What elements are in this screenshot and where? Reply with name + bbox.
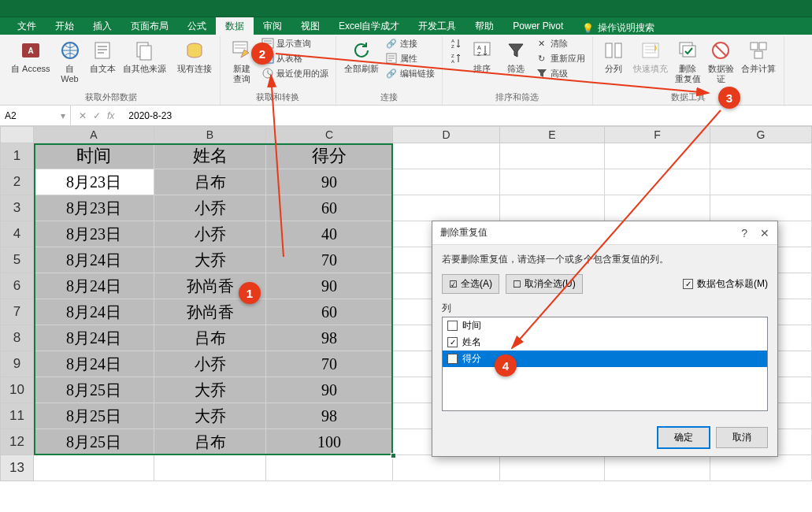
name-box[interactable]: A2▾ (0, 106, 71, 125)
col-header-C[interactable]: C (266, 126, 393, 143)
cell-B5[interactable]: 大乔 (154, 247, 266, 273)
tab-文件[interactable]: 文件 (8, 17, 46, 35)
dialog-titlebar[interactable]: 删除重复值 ?✕ (432, 221, 777, 245)
sort-button[interactable]: AZ排序 (465, 36, 499, 76)
cell-A1[interactable]: 时间 (34, 143, 154, 169)
cell-A10[interactable]: 8月25日 (34, 377, 154, 403)
ok-button[interactable]: 确定 (658, 427, 710, 448)
text-to-columns-button[interactable]: 分列 (598, 36, 629, 76)
clear-filter-button[interactable]: ✕清除 (533, 36, 588, 50)
confirm-icon[interactable]: ✓ (93, 110, 101, 121)
cell-C7[interactable]: 60 (266, 299, 393, 325)
cell-G13[interactable] (710, 455, 812, 481)
cell-A3[interactable]: 8月23日 (34, 195, 154, 221)
cell-A11[interactable]: 8月25日 (34, 403, 154, 429)
row-header-5[interactable]: 5 (0, 247, 34, 273)
cell-B3[interactable]: 小乔 (154, 195, 266, 221)
refresh-all-button[interactable]: 全部刷新 (341, 36, 382, 76)
cell-C12[interactable]: 100 (266, 429, 393, 455)
cell-G3[interactable] (710, 195, 812, 221)
tab-开发工具[interactable]: 开发工具 (409, 17, 465, 35)
row-header-11[interactable]: 11 (0, 403, 34, 429)
column-item-姓名[interactable]: ✓姓名 (443, 334, 767, 351)
cell-C6[interactable]: 90 (266, 273, 393, 299)
existing-connections-button[interactable]: 现有连接 (174, 36, 215, 76)
row-header-10[interactable]: 10 (0, 377, 34, 403)
cell-C4[interactable]: 40 (266, 221, 393, 247)
cell-C8[interactable]: 98 (266, 325, 393, 351)
cell-A8[interactable]: 8月24日 (34, 325, 154, 351)
cell-B9[interactable]: 小乔 (154, 351, 266, 377)
cell-E3[interactable] (500, 195, 605, 221)
from-access-button[interactable]: A自 Access (8, 36, 54, 76)
recent-sources-button[interactable]: 最近使用的源 (259, 66, 331, 80)
cell-D1[interactable] (393, 143, 500, 169)
row-header-12[interactable]: 12 (0, 429, 34, 455)
cancel-button[interactable]: 取消 (716, 427, 768, 448)
tab-视图[interactable]: 视图 (291, 17, 329, 35)
cell-C5[interactable]: 70 (266, 247, 393, 273)
consolidate-button[interactable]: 合并计算 (738, 36, 779, 76)
row-header-8[interactable]: 8 (0, 325, 34, 351)
deselect-all-button[interactable]: ☐取消全选(U) (506, 274, 583, 294)
advanced-filter-button[interactable]: 高级 (533, 66, 588, 80)
tab-数据[interactable]: 数据 (216, 17, 254, 35)
cell-G1[interactable] (710, 143, 812, 169)
fx-icon[interactable]: fx (107, 110, 114, 121)
row-header-3[interactable]: 3 (0, 195, 34, 221)
row-header-7[interactable]: 7 (0, 299, 34, 325)
remove-duplicates-button[interactable]: 删除 重复值 (672, 36, 704, 86)
cell-B12[interactable]: 吕布 (154, 429, 266, 455)
cell-A12[interactable]: 8月25日 (34, 429, 154, 455)
flash-fill-button[interactable]: 快速填充 (630, 36, 671, 76)
column-item-时间[interactable]: 时间 (443, 317, 767, 334)
reapply-button[interactable]: ↻重新应用 (533, 51, 588, 65)
row-header-4[interactable]: 4 (0, 221, 34, 247)
cell-A5[interactable]: 8月24日 (34, 247, 154, 273)
tab-帮助[interactable]: 帮助 (465, 17, 503, 35)
col-header-F[interactable]: F (605, 126, 710, 143)
filter-button[interactable]: 筛选 (499, 36, 532, 76)
cell-F1[interactable] (605, 143, 710, 169)
tab-页面布局[interactable]: 页面布局 (121, 17, 178, 35)
tab-Excel自学成才[interactable]: Excel自学成才 (329, 17, 409, 35)
cell-C2[interactable]: 90 (266, 169, 393, 195)
col-header-D[interactable]: D (393, 126, 500, 143)
tab-开始[interactable]: 开始 (46, 17, 83, 35)
cell-A4[interactable]: 8月23日 (34, 221, 154, 247)
cell-A7[interactable]: 8月24日 (34, 299, 154, 325)
cell-C11[interactable]: 98 (266, 403, 393, 429)
row-header-13[interactable]: 13 (0, 455, 34, 481)
from-other-button[interactable]: 自其他来源 (120, 36, 169, 76)
cell-B2[interactable]: 吕布 (154, 169, 266, 195)
cell-C13[interactable] (266, 455, 393, 481)
cell-F3[interactable] (605, 195, 710, 221)
cell-A9[interactable]: 8月24日 (34, 351, 154, 377)
row-header-6[interactable]: 6 (0, 273, 34, 299)
cell-B13[interactable] (154, 455, 266, 481)
row-header-2[interactable]: 2 (0, 169, 34, 195)
cell-F2[interactable] (605, 169, 710, 195)
edit-links-button[interactable]: 🔗编辑链接 (383, 66, 437, 80)
tab-公式[interactable]: 公式 (178, 17, 216, 35)
cell-E13[interactable] (500, 455, 605, 481)
from-text-button[interactable]: 自文本 (87, 36, 119, 76)
tab-Power Pivot[interactable]: Power Pivot (503, 17, 573, 35)
cancel-icon[interactable]: ✕ (79, 110, 87, 121)
cell-E2[interactable] (500, 169, 605, 195)
cell-B11[interactable]: 大乔 (154, 403, 266, 429)
cell-D13[interactable] (393, 455, 500, 481)
cell-C9[interactable]: 70 (266, 351, 393, 377)
col-header-E[interactable]: E (500, 126, 605, 143)
cell-B4[interactable]: 小乔 (154, 221, 266, 247)
cell-C3[interactable]: 60 (266, 195, 393, 221)
cell-A2[interactable]: 8月23日 (34, 169, 154, 195)
help-icon[interactable]: ? (741, 227, 747, 239)
properties-button[interactable]: 属性 (383, 51, 437, 65)
col-header-G[interactable]: G (710, 126, 812, 143)
cell-C1[interactable]: 得分 (266, 143, 393, 169)
cell-E1[interactable] (500, 143, 605, 169)
cell-B1[interactable]: 姓名 (154, 143, 266, 169)
cell-D3[interactable] (393, 195, 500, 221)
new-query-button[interactable]: 新建 查询 (225, 36, 258, 86)
